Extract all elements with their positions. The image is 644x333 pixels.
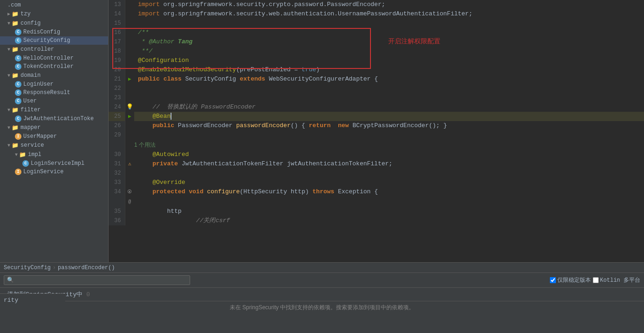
line-content bbox=[134, 84, 644, 93]
line-number: 35 bbox=[109, 207, 125, 216]
line-gutter bbox=[125, 56, 134, 65]
sidebar-item-jwtfilter[interactable]: C JwtAuthenticationToke bbox=[0, 115, 108, 123]
line-content: //关闭csrf bbox=[134, 216, 644, 225]
folder-icon-domain: 📁 bbox=[11, 72, 19, 79]
class-icon-loginservice: I bbox=[15, 169, 21, 175]
chevron-down-icon-filter: ▼ bbox=[7, 108, 10, 113]
main-container: .com ▶ 📁 tzy ▼ 📁 config C RedisConfig C … bbox=[0, 0, 644, 333]
line-content: // 替换默认的 PasswordEncoder bbox=[134, 102, 644, 112]
line-gutter bbox=[125, 121, 134, 130]
bean-gutter-icon: ▶ bbox=[128, 114, 131, 119]
table-row: 34 ⦿ @ protected void configure(HttpSecu… bbox=[109, 187, 644, 207]
line-gutter bbox=[125, 47, 134, 56]
sidebar-item-label-filter: filter bbox=[21, 107, 41, 113]
checkbox-item-kotlin[interactable]: Kotlin 多平台 bbox=[593, 276, 640, 284]
breadcrumb-item-class[interactable]: SecurityConfig bbox=[4, 265, 51, 271]
chevron-down-icon-config: ▼ bbox=[7, 21, 10, 26]
checkbox-item-stable[interactable]: 仅限稳定版本 bbox=[550, 276, 591, 284]
line-content bbox=[134, 169, 644, 178]
usage-row: 1 个用法 bbox=[109, 140, 644, 150]
line-content: @Configuration bbox=[134, 56, 644, 65]
folder-icon-service: 📁 bbox=[11, 142, 19, 149]
line-content: public class SecurityConfig extends WebS… bbox=[134, 75, 644, 84]
line-number: 19 bbox=[109, 56, 125, 65]
editor-area: .com ▶ 📁 tzy ▼ 📁 config C RedisConfig C … bbox=[0, 0, 644, 262]
checkbox-stable[interactable] bbox=[550, 277, 556, 283]
sidebar-item-tokencontroller[interactable]: C TokenController bbox=[0, 62, 108, 71]
line-gutter bbox=[125, 37, 134, 47]
line-gutter: 💡 bbox=[125, 102, 134, 112]
sidebar-item-label-service: service bbox=[21, 142, 44, 149]
folder-icon-mapper: 📁 bbox=[11, 124, 19, 131]
run-icon[interactable]: ▶ bbox=[128, 76, 131, 82]
chevron-down-icon-mapper: ▼ bbox=[7, 125, 10, 130]
class-icon-redis: C bbox=[15, 29, 21, 35]
search-input[interactable] bbox=[16, 277, 187, 284]
line-gutter bbox=[125, 178, 134, 187]
sidebar-item-user[interactable]: C User bbox=[0, 97, 108, 105]
line-gutter bbox=[125, 19, 134, 28]
table-row: 26 public PasswordEncoder passwordEncode… bbox=[109, 121, 644, 130]
line-content bbox=[134, 130, 644, 140]
class-icon-jwt: C bbox=[15, 116, 21, 122]
sidebar-item-domain[interactable]: ▼ 📁 domain bbox=[0, 71, 108, 80]
line-gutter bbox=[125, 28, 134, 37]
table-row: 17 * @Author Tang bbox=[109, 37, 644, 47]
sidebar-item-loginservice[interactable]: I LoginService bbox=[0, 168, 108, 176]
class-icon-security: C bbox=[15, 37, 21, 44]
sidebar-item-redisconfig[interactable]: C RedisConfig bbox=[0, 28, 108, 36]
line-number: 24 bbox=[109, 102, 125, 112]
breadcrumb-item-method[interactable]: passwordEncoder() bbox=[58, 265, 115, 271]
sidebar-item-tzy[interactable]: ▶ 📁 tzy bbox=[0, 9, 108, 19]
sidebar-item-hellocontroller[interactable]: C HelloController bbox=[0, 54, 108, 62]
search-input-container[interactable]: 🔍 bbox=[4, 275, 190, 285]
line-number: 21 bbox=[109, 75, 125, 84]
sidebar-item-label-usermapper: UserMapper bbox=[23, 133, 57, 140]
sidebar-item-label-response: ResponseResult bbox=[23, 89, 70, 96]
sidebar-item-filter[interactable]: ▼ 📁 filter bbox=[0, 105, 108, 115]
code-editor[interactable]: 13 import org.springframework.security.c… bbox=[109, 0, 644, 262]
checkbox-stable-label: 仅限稳定版本 bbox=[557, 276, 591, 284]
line-gutter bbox=[125, 0, 134, 9]
table-row: 36 //关闭csrf bbox=[109, 216, 644, 225]
gutter-markers: ⦿ @ bbox=[127, 190, 132, 204]
checkbox-kotlin-label: Kotlin 多平台 bbox=[600, 276, 640, 284]
line-gutter: ▶ bbox=[125, 75, 134, 84]
sidebar-item-label-loginservice: LoginService bbox=[23, 169, 63, 175]
line-number: 17 bbox=[109, 37, 125, 47]
table-row: 15 bbox=[109, 19, 644, 28]
sidebar-item-usermapper[interactable]: I UserMapper bbox=[0, 132, 108, 141]
sidebar-item-loginserviceimpl[interactable]: C LoginServiceImpl bbox=[0, 159, 108, 168]
sidebar-item-label-hello: HelloController bbox=[23, 55, 74, 61]
table-row: 30 @Autowired bbox=[109, 150, 644, 159]
line-content bbox=[134, 93, 644, 102]
line-gutter bbox=[125, 140, 134, 150]
line-content: **/ bbox=[134, 47, 644, 56]
sidebar-item-impl[interactable]: ▼ 📁 impl bbox=[0, 150, 108, 159]
sidebar-item-responseresult[interactable]: C ResponseResult bbox=[0, 88, 108, 97]
table-row: 25 ▶ @Bean bbox=[109, 112, 644, 121]
line-number: 20 bbox=[109, 65, 125, 75]
checkbox-kotlin[interactable] bbox=[593, 277, 599, 283]
chevron-down-icon-impl: ▼ bbox=[15, 152, 18, 157]
sidebar-item-config[interactable]: ▼ 📁 config bbox=[0, 19, 108, 28]
line-number: 30 bbox=[109, 150, 125, 159]
text-cursor bbox=[171, 113, 171, 120]
chevron-down-icon-domain: ▼ bbox=[7, 73, 10, 78]
line-content: protected void configure(HttpSecurity ht… bbox=[134, 187, 644, 207]
line-gutter bbox=[125, 169, 134, 178]
left-panel-tab[interactable]: rity bbox=[0, 293, 65, 306]
sidebar-item-label-token: TokenController bbox=[23, 63, 74, 70]
sidebar-item-service[interactable]: ▼ 📁 service bbox=[0, 141, 108, 150]
sidebar-item-loginuser[interactable]: C LoginUser bbox=[0, 80, 108, 88]
bottom-toolbar: 🔍 仅限稳定版本 Kotlin 多平台 bbox=[0, 273, 644, 288]
line-content: @EnableGlobalMethodSecurity(prePostEnabl… bbox=[134, 65, 644, 75]
sidebar-item-label-domain: domain bbox=[21, 72, 41, 79]
sidebar-item-securityconfig[interactable]: C SecurityConfig bbox=[0, 36, 108, 45]
sidebar-item-mapper[interactable]: ▼ 📁 mapper bbox=[0, 123, 108, 132]
line-content bbox=[134, 19, 644, 28]
code-table: 13 import org.springframework.security.c… bbox=[109, 0, 644, 225]
table-row: 18 **/ bbox=[109, 47, 644, 56]
sidebar-item-controller[interactable]: ▼ 📁 controller bbox=[0, 45, 108, 54]
line-number: 13 bbox=[109, 0, 125, 9]
